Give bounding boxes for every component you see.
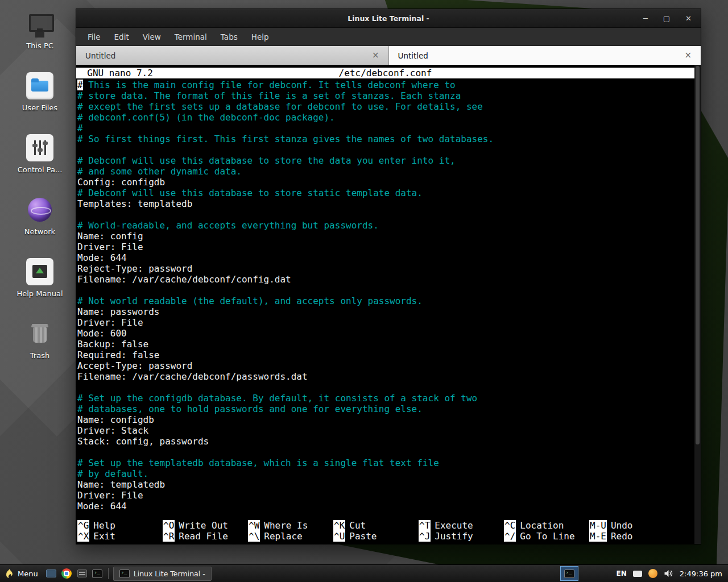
desktop-icon-this-pc[interactable]: This PC — [13, 10, 67, 50]
terminal-screen[interactable]: GNU nano 7.2 /etc/debconf.conf # This is… — [76, 65, 701, 544]
desktop-icon-network[interactable]: Network — [13, 196, 67, 236]
shortcut-key: ^K — [333, 520, 345, 531]
nano-line: # Set up the templatedb database, which … — [77, 458, 701, 468]
nano-line: # debconf.conf(5) (in the debconf-doc pa… — [77, 112, 701, 123]
tab-active[interactable]: Untitled× — [389, 46, 701, 65]
nano-shortcut-location[interactable]: ^CLocation — [504, 520, 589, 531]
launcher-chrome-icon[interactable] — [59, 566, 75, 581]
shortcut-key: M-E — [589, 531, 607, 542]
nano-line: Mode: 600 — [77, 328, 701, 339]
nano-line: # and some other dynamic data. — [77, 166, 701, 177]
nano-line: # Debconf will use this database to stor… — [77, 188, 701, 198]
shortcut-key: ^G — [77, 520, 89, 531]
nano-shortcut-execute[interactable]: ^TExecute — [419, 520, 504, 531]
shortcut-key: ^R — [163, 531, 175, 542]
terminal-scrollbar[interactable] — [694, 65, 701, 544]
language-indicator[interactable]: EN — [617, 569, 627, 577]
menu-help[interactable]: Help — [245, 30, 276, 44]
nano-line: # So first things first. This first stan… — [77, 134, 701, 144]
task-button-terminal[interactable]: Linux Lite Terminal - — [113, 567, 212, 581]
menubar: FileEditViewTerminalTabsHelp — [76, 28, 701, 46]
desktop-icon-control-pa[interactable]: Control Pa... — [13, 134, 67, 174]
nano-line: Filename: /var/cache/debconf/config.dat — [77, 274, 701, 285]
desktop-icon-help-manual[interactable]: Help Manual — [13, 258, 67, 298]
nano-shortcut-paste[interactable]: ^UPaste — [333, 531, 419, 542]
menu-button[interactable]: Menu — [0, 565, 44, 582]
nano-shortcut-redo[interactable]: M-ERedo — [589, 531, 675, 542]
terminal-icon — [564, 569, 574, 578]
nano-line: Driver: File — [77, 317, 701, 328]
nano-shortcut-replace[interactable]: ^\Replace — [248, 531, 333, 542]
shortcut-label: Write Out — [179, 520, 228, 531]
terminal-icon — [92, 569, 102, 578]
nano-line: Driver: File — [77, 490, 701, 501]
desktop-icon-label: Control Pa... — [18, 165, 63, 174]
shortcut-key: ^T — [419, 520, 431, 531]
menu-terminal[interactable]: Terminal — [168, 30, 214, 44]
tab-close-icon[interactable]: × — [684, 51, 692, 60]
shortcut-label: Read File — [179, 531, 228, 542]
shortcut-label: Replace — [264, 531, 302, 542]
nano-shortcut-cut[interactable]: ^KCut — [333, 520, 419, 531]
system-tray: EN 2:49:36 pm — [560, 566, 728, 581]
desktop-icons: This PCUser FilesControl Pa...NetworkHel… — [13, 10, 67, 360]
menu-view[interactable]: View — [136, 30, 168, 44]
nano-line: # databases, one to hold passwords and o… — [77, 404, 701, 414]
nano-line: Driver: Stack — [77, 425, 701, 436]
close-button[interactable]: ✕ — [685, 9, 692, 28]
nano-shortcut-go-to-line[interactable]: ^/Go To Line — [504, 531, 589, 542]
help-manual-icon — [26, 258, 53, 285]
file-manager-icon — [77, 569, 87, 577]
tab-label: Untitled — [398, 51, 428, 60]
titlebar[interactable]: Linux Lite Terminal - ─▢✕ — [76, 9, 701, 28]
menu-file[interactable]: File — [81, 30, 107, 44]
launcher-file-manager-icon[interactable] — [75, 566, 90, 581]
update-notifier-icon[interactable] — [648, 569, 657, 578]
nano-shortcut-row: ^GHelp^OWrite Out^WWhere Is^KCut^TExecut… — [77, 520, 694, 531]
desktop-icon-label: Network — [24, 227, 55, 236]
shortcut-key: ^/ — [504, 531, 516, 542]
menu-edit[interactable]: Edit — [107, 30, 136, 44]
shortcut-label: Paste — [349, 531, 377, 542]
minimize-button[interactable]: ─ — [643, 9, 648, 28]
nano-shortcut-exit[interactable]: ^XExit — [77, 531, 163, 542]
shortcut-label: Redo — [611, 531, 633, 542]
terminal-tray-icon[interactable] — [560, 566, 578, 581]
tab-close-icon[interactable]: × — [372, 51, 379, 60]
nano-shortcut-where-is[interactable]: ^WWhere Is — [248, 520, 333, 531]
window-controls: ─▢✕ — [643, 9, 701, 28]
shortcut-label: Cut — [349, 520, 366, 531]
shortcut-label: Location — [520, 520, 564, 531]
nano-line: # — [77, 123, 701, 134]
nano-shortcut-read-file[interactable]: ^RRead File — [163, 531, 248, 542]
nano-line: Name: configdb — [77, 414, 701, 425]
launcher-terminal-icon[interactable] — [90, 566, 105, 581]
volume-icon[interactable] — [664, 569, 673, 577]
desktop-icon-trash[interactable]: Trash — [13, 320, 67, 360]
menu-tabs[interactable]: Tabs — [214, 30, 245, 44]
nano-shortcut-write-out[interactable]: ^OWrite Out — [163, 520, 248, 531]
nano-shortcut-undo[interactable]: M-UUndo — [589, 520, 675, 531]
nano-shortcut-help[interactable]: ^GHelp — [77, 520, 163, 531]
clock[interactable]: 2:49:36 pm — [680, 569, 722, 578]
shortcut-label: Go To Line — [520, 531, 574, 542]
nano-line — [77, 382, 701, 393]
nano-line: Mode: 644 — [77, 501, 701, 512]
nano-titlebar: GNU nano 7.2 /etc/debconf.conf — [76, 68, 694, 78]
tab-inactive[interactable]: Untitled× — [76, 46, 389, 65]
desktop-icon-user-files[interactable]: User Files — [13, 72, 67, 112]
nano-line — [77, 144, 701, 155]
shortcut-label: Undo — [611, 520, 633, 531]
nano-line: Required: false — [77, 350, 701, 360]
shortcut-key: ^\ — [248, 531, 260, 542]
shortcut-key: M-U — [589, 520, 607, 531]
nano-line: # Not world readable (the default), and … — [77, 296, 701, 306]
launcher-display-icon[interactable] — [44, 566, 59, 581]
shortcut-label: Where Is — [264, 520, 308, 531]
maximize-button[interactable]: ▢ — [663, 9, 670, 28]
taskbar-separator — [108, 568, 109, 579]
nano-line: # World-readable, and accepts everything… — [77, 220, 701, 231]
scrollbar-thumb[interactable] — [696, 66, 700, 444]
keyboard-layout-icon[interactable] — [633, 571, 642, 577]
nano-shortcut-justify[interactable]: ^JJustify — [419, 531, 504, 542]
